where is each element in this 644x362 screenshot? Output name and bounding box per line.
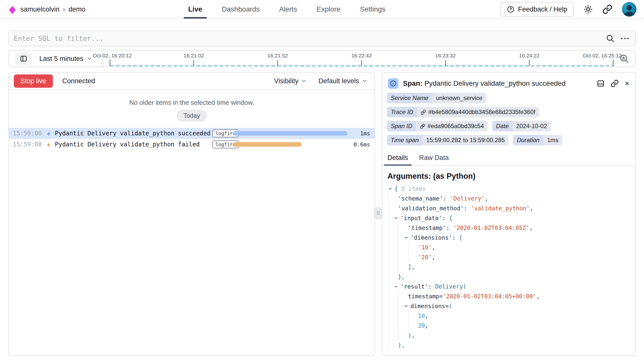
question-circle-icon bbox=[507, 6, 514, 13]
span-title-text: Pydantic Delivery validate_python succee… bbox=[424, 79, 566, 87]
code-token: , bbox=[529, 225, 533, 231]
link-icon bbox=[602, 4, 612, 14]
share-link-button[interactable] bbox=[602, 4, 612, 14]
code-token: 20 bbox=[418, 322, 425, 329]
badge-row: Span ID#eda9065a0bd39c54Date2024-10-02 bbox=[387, 121, 631, 131]
tab-raw-data[interactable]: Raw Data bbox=[419, 154, 449, 165]
feedback-help-button[interactable]: Feedback / Help bbox=[500, 2, 574, 17]
panel-resize-handle[interactable]: ⠿ bbox=[374, 208, 382, 219]
collapse-chevron-icon[interactable] bbox=[404, 304, 410, 308]
breadcrumb-org[interactable]: samuelcolvin bbox=[20, 6, 59, 13]
badge-time-span[interactable]: Time span15:59:00.282 to 15:59:00.285 bbox=[387, 135, 508, 145]
tab-alerts[interactable]: Alerts bbox=[278, 0, 299, 19]
indent-guide bbox=[388, 321, 398, 330]
timeline-tick bbox=[193, 60, 194, 66]
main-nav: LiveDashboardsAlertsExploreSettings bbox=[187, 0, 387, 19]
theme-toggle-button[interactable] bbox=[583, 5, 593, 14]
visibility-label: Visibility bbox=[274, 77, 298, 85]
badge-value: #eda9065a0bd39c54 bbox=[416, 121, 488, 131]
code-token: 'dimensions' bbox=[410, 234, 452, 241]
code-token: : bbox=[446, 225, 453, 231]
log-timestamp: 15:59:00 bbox=[9, 130, 46, 137]
user-avatar[interactable] bbox=[622, 2, 636, 17]
code-token: timestamp= bbox=[408, 293, 443, 300]
span-metadata: Service Nameunknown_serviceTrace ID#b4e5… bbox=[382, 91, 635, 145]
badge-row: Service Nameunknown_service bbox=[387, 93, 631, 103]
log-timestamp: 15:59:00 bbox=[9, 141, 46, 148]
indent-guide bbox=[388, 301, 398, 311]
log-row[interactable]: 15:59:00◆Pydantic Delivery validate_pyth… bbox=[9, 128, 375, 139]
code-token: dimensions= bbox=[410, 303, 449, 309]
link-icon bbox=[421, 110, 426, 115]
badge-label: Time span bbox=[387, 135, 422, 145]
indent-guide bbox=[388, 330, 398, 340]
indent-guide bbox=[388, 203, 398, 213]
code-token: }, bbox=[398, 274, 405, 280]
panel-left-icon bbox=[20, 55, 27, 62]
level-diamond-icon: ◆ bbox=[47, 141, 54, 148]
badge-date[interactable]: Date2024-10-02 bbox=[492, 121, 551, 131]
indent-guide bbox=[388, 252, 398, 262]
log-row[interactable]: 15:59:00◆Pydantic Delivery validate_pyth… bbox=[9, 139, 375, 150]
duration-bar bbox=[233, 142, 302, 147]
code-token: { bbox=[394, 186, 398, 192]
breadcrumb-project[interactable]: demo bbox=[68, 6, 85, 13]
collapse-chevron-icon[interactable] bbox=[394, 284, 400, 289]
arguments-heading: Arguments: (as Python) bbox=[387, 172, 635, 181]
tab-settings[interactable]: Settings bbox=[359, 0, 387, 19]
indent-guide bbox=[388, 291, 398, 301]
timeline-tick-label: 16:23:32 bbox=[435, 53, 456, 59]
collapse-chevron-icon[interactable] bbox=[394, 216, 400, 220]
span-title-prefix: Span: bbox=[403, 79, 422, 87]
badge-trace-id[interactable]: Trace ID#b4e5809a440dbb3458e68d2335fe360… bbox=[387, 107, 539, 117]
code-token: 'input_data' bbox=[400, 215, 442, 221]
sidebar-toggle-button[interactable] bbox=[15, 52, 32, 65]
dock-bottom-icon[interactable] bbox=[597, 79, 605, 87]
indent-guide bbox=[388, 194, 398, 203]
code-token: : bbox=[464, 205, 471, 212]
badge-service-name[interactable]: Service Nameunknown_service bbox=[387, 93, 486, 103]
indent-guide bbox=[388, 340, 398, 350]
time-range-select[interactable]: Last 5 minutes bbox=[39, 55, 92, 63]
timeline-tick-label: 16:22:42 bbox=[351, 53, 372, 59]
badge-label: Span ID bbox=[387, 121, 416, 131]
grip-dots-icon: ⠿ bbox=[376, 210, 380, 216]
copy-link-icon[interactable] bbox=[611, 79, 619, 87]
collapse-chevron-icon[interactable] bbox=[388, 187, 394, 191]
code-token: ), bbox=[408, 332, 415, 339]
collapse-chevron-icon[interactable] bbox=[404, 235, 410, 240]
timeline[interactable]: Oct 02, 16:20:1216:21:0216:21:5216:22:42… bbox=[110, 51, 613, 67]
more-options-icon[interactable]: ••• bbox=[621, 36, 630, 41]
tab-live[interactable]: Live bbox=[187, 0, 204, 19]
sun-icon bbox=[583, 5, 593, 14]
code-token: , bbox=[425, 313, 428, 319]
code-token: : bbox=[452, 234, 459, 241]
visibility-dropdown[interactable]: Visibility bbox=[274, 77, 307, 85]
span-title: Span:Pydantic Delivery validate_python s… bbox=[403, 79, 566, 87]
stop-live-button[interactable]: Stop live bbox=[14, 74, 53, 88]
sql-filter-input[interactable] bbox=[14, 35, 606, 42]
tab-explore[interactable]: Explore bbox=[315, 0, 342, 19]
code-line: 'dimensions': [ bbox=[388, 233, 635, 242]
indent-guide bbox=[388, 311, 398, 321]
code-line: ), bbox=[388, 330, 635, 340]
code-line: ], bbox=[388, 262, 635, 272]
code-token: : bbox=[428, 283, 435, 290]
chevron-down-icon bbox=[301, 78, 307, 84]
logfire-logo-icon[interactable]: ◆ bbox=[9, 4, 16, 15]
code-token: : bbox=[443, 195, 450, 202]
badge-duration[interactable]: Duration1ms bbox=[513, 135, 562, 145]
badge-label: Date bbox=[492, 121, 512, 131]
close-icon[interactable]: × bbox=[625, 80, 629, 87]
default-levels-dropdown[interactable]: Default levels bbox=[318, 77, 368, 85]
timeline-tick-label: 16:24:22 bbox=[519, 53, 540, 59]
code-token: : bbox=[442, 215, 449, 221]
search-icon[interactable] bbox=[606, 34, 614, 43]
tab-dashboards[interactable]: Dashboards bbox=[220, 0, 261, 19]
code-token: , bbox=[432, 254, 435, 260]
code-line: timestamp='2020-01-02T03:04:05+00:00', bbox=[388, 291, 635, 301]
badge-span-id[interactable]: Span ID#eda9065a0bd39c54 bbox=[387, 121, 488, 131]
tab-details[interactable]: Details bbox=[387, 154, 408, 165]
code-token: { bbox=[449, 215, 453, 221]
code-token: [ bbox=[459, 234, 463, 241]
